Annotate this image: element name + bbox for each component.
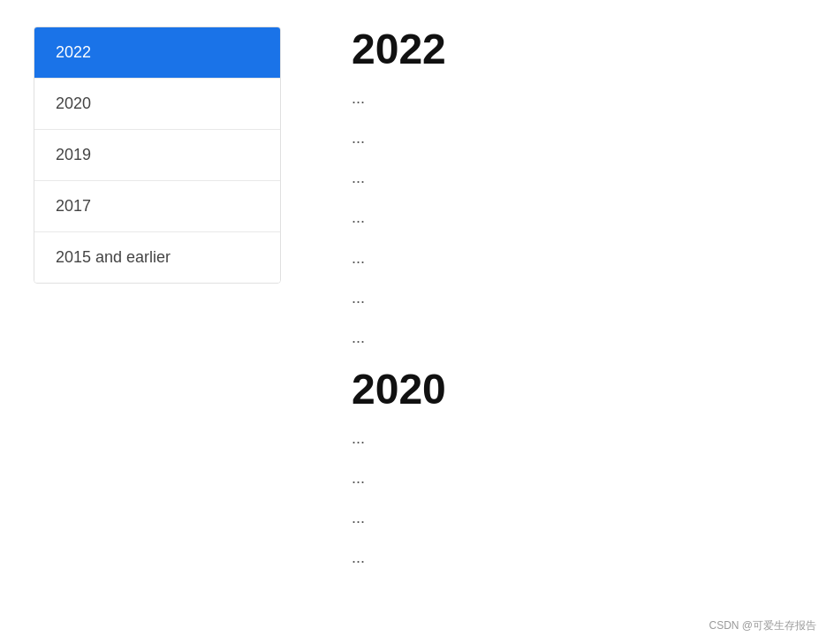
placeholder-2022-1: ...	[352, 87, 781, 110]
placeholder-2020-3: ...	[352, 507, 781, 529]
year-section-2020: 2020 ... ... ... ...	[352, 367, 781, 570]
sidebar-item-2019[interactable]: 2019	[34, 130, 280, 181]
sidebar-item-2015-earlier[interactable]: 2015 and earlier	[34, 232, 280, 283]
placeholder-2022-2: ...	[352, 127, 781, 149]
sidebar-item-2017[interactable]: 2017	[34, 181, 280, 232]
placeholder-2022-5: ...	[352, 247, 781, 269]
placeholder-2022-6: ...	[352, 287, 781, 309]
placeholder-2022-3: ...	[352, 167, 781, 189]
placeholder-2020-2: ...	[352, 467, 781, 489]
sidebar-item-2020[interactable]: 2020	[34, 79, 280, 130]
sidebar-list: 2022 2020 2019 2017 2015 and earlier	[34, 27, 281, 284]
placeholder-2020-4: ...	[352, 547, 781, 569]
year-heading-2022: 2022	[352, 27, 781, 73]
placeholder-2020-1: ...	[352, 428, 781, 450]
placeholder-2022-4: ...	[352, 207, 781, 229]
content-area: 2022 ... ... ... ... ... ... ... 2020 ..…	[281, 18, 834, 626]
sidebar-item-2022[interactable]: 2022	[34, 27, 280, 79]
watermark: CSDN @可爱生存报告	[709, 618, 816, 633]
year-heading-2020: 2020	[352, 367, 781, 413]
page-container: 2022 2020 2019 2017 2015 and earlier 202…	[0, 0, 834, 644]
year-section-2022: 2022 ... ... ... ... ... ... ...	[352, 27, 781, 349]
placeholder-2022-7: ...	[352, 327, 781, 349]
